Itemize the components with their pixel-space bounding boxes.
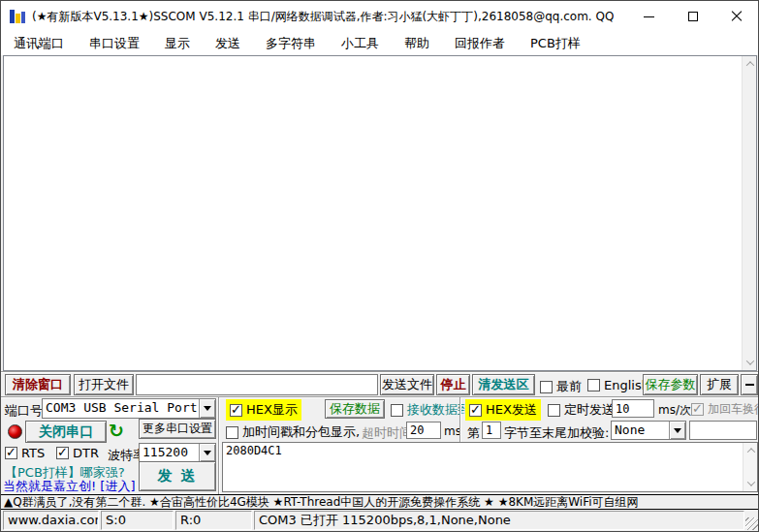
checkbox-box bbox=[469, 404, 482, 417]
close-icon bbox=[731, 11, 743, 22]
stop-button[interactable]: 停止 bbox=[436, 374, 470, 395]
menu-tools[interactable]: 小工具 bbox=[329, 32, 392, 55]
window-title: (★有新版本V5.13.1★)SSCOM V5.12.1 串口/网络数据调试器,… bbox=[32, 1, 614, 32]
menu-display[interactable]: 显示 bbox=[152, 32, 203, 55]
checkbox-box bbox=[587, 379, 600, 391]
port-select-value: COM3 USB Serial Port bbox=[43, 399, 199, 418]
app-window: (★有新版本V5.13.1★)SSCOM V5.12.1 串口/网络数据调试器,… bbox=[0, 0, 759, 532]
english-checkbox[interactable]: English bbox=[587, 378, 649, 392]
status-bar: www.daxia.com S:0 R:0 COM3 已打开 115200bps… bbox=[1, 510, 758, 531]
rts-label: RTS bbox=[21, 446, 45, 460]
baud-select-value: 115200 bbox=[140, 444, 199, 461]
close-button[interactable] bbox=[714, 1, 758, 32]
more-port-settings-button[interactable]: 更多串口设置 bbox=[139, 419, 216, 439]
checksum-select[interactable]: None bbox=[611, 421, 686, 440]
ad-line2: 当然就是嘉立创! [进入] bbox=[3, 478, 136, 495]
baud-select[interactable]: 115200 bbox=[139, 443, 216, 462]
send-file-button[interactable]: 发送文件 bbox=[380, 374, 434, 395]
file-path-input[interactable] bbox=[136, 374, 378, 395]
chevron-down-icon[interactable] bbox=[199, 444, 215, 461]
checkbox-box bbox=[226, 426, 238, 439]
ad-line2-text: 当然就是嘉立创! bbox=[3, 479, 96, 493]
minus-icon bbox=[745, 384, 754, 386]
status-received-count: R:0 bbox=[175, 511, 252, 530]
port-status-led-icon bbox=[8, 424, 22, 439]
scroll-up-icon[interactable] bbox=[743, 443, 758, 458]
status-port-info: COM3 已打开 115200bps,8,1,None,None bbox=[254, 511, 744, 530]
port-label: 端口号 bbox=[5, 402, 43, 420]
dtr-checkbox[interactable]: DTR bbox=[56, 446, 99, 460]
timed-send-checkbox[interactable]: 定时发送: bbox=[548, 401, 618, 419]
timestamp-checkbox[interactable]: 加时间戳和分包显示, bbox=[226, 423, 360, 441]
receive-scrollbar[interactable] bbox=[742, 56, 756, 370]
open-file-button[interactable]: 打开文件 bbox=[74, 374, 134, 395]
checkbox-box bbox=[5, 447, 17, 459]
clear-send-area-button[interactable]: 清发送区 bbox=[472, 374, 535, 395]
receive-data-area[interactable] bbox=[3, 55, 757, 371]
save-params-button[interactable]: 保存参数 bbox=[643, 374, 698, 395]
maximize-button[interactable] bbox=[671, 1, 714, 32]
topmost-label: 最前 bbox=[556, 378, 582, 395]
save-data-button[interactable]: 保存数据 bbox=[325, 399, 385, 419]
scroll-down-icon[interactable] bbox=[743, 355, 757, 370]
checksum-label: 字节至末尾加校验: bbox=[504, 424, 609, 442]
timestamp-label: 加时间戳和分包显示, bbox=[242, 423, 360, 441]
crlf-checkbox[interactable]: 加回车换行 bbox=[691, 401, 759, 418]
checksum-extra-input[interactable] bbox=[689, 421, 757, 440]
checkbox-box bbox=[56, 447, 69, 459]
divider bbox=[218, 397, 220, 494]
chevron-down-icon[interactable] bbox=[669, 422, 685, 439]
chevron-down-icon[interactable] bbox=[199, 399, 215, 418]
rts-checkbox[interactable]: RTS bbox=[5, 446, 45, 460]
menu-help[interactable]: 帮助 bbox=[392, 32, 442, 55]
hex-display-label: HEX显示 bbox=[246, 401, 298, 419]
send-data-area[interactable]: 2080D4C1 bbox=[222, 442, 758, 492]
checkbox-box bbox=[691, 403, 704, 416]
title-bar: (★有新版本V5.13.1★)SSCOM V5.12.1 串口/网络数据调试器,… bbox=[1, 1, 758, 32]
clear-window-button[interactable]: 清除窗口 bbox=[5, 374, 71, 395]
crlf-label: 加回车换行 bbox=[708, 401, 759, 418]
menu-feedback[interactable]: 回报作者 bbox=[442, 32, 518, 55]
close-port-button[interactable]: 关闭串口 bbox=[25, 421, 107, 443]
hex-display-checkbox[interactable]: HEX显示 bbox=[226, 399, 301, 421]
announcement-ticker: ▲Q群满员了,没有第二个群. ★合宙高性价比4G模块 ★RT-Thread中国人… bbox=[1, 494, 758, 510]
divider bbox=[459, 397, 461, 442]
checksum-select-value: None bbox=[612, 422, 669, 439]
collapse-panel-button[interactable] bbox=[741, 374, 758, 395]
send-scrollbar[interactable] bbox=[743, 443, 757, 491]
checksum-byte-input[interactable] bbox=[482, 422, 501, 439]
refresh-ports-icon[interactable]: ↻ bbox=[109, 420, 124, 441]
checkbox-box bbox=[548, 404, 560, 417]
resize-grip[interactable] bbox=[745, 517, 758, 530]
extend-button[interactable]: 扩展 bbox=[700, 374, 739, 395]
dtr-label: DTR bbox=[73, 446, 99, 460]
checkbox-box bbox=[391, 404, 403, 417]
ad-enter-link[interactable]: [进入] bbox=[100, 479, 135, 493]
scroll-up-icon[interactable] bbox=[743, 56, 757, 72]
app-icon bbox=[9, 8, 26, 25]
minimize-icon bbox=[644, 16, 654, 17]
menu-send[interactable]: 发送 bbox=[203, 32, 253, 55]
interval-input[interactable] bbox=[612, 399, 654, 418]
send-data-text: 2080D4C1 bbox=[226, 444, 282, 457]
scroll-down-icon[interactable] bbox=[743, 476, 758, 491]
menu-pcb[interactable]: PCB打样 bbox=[518, 32, 593, 55]
timed-send-label: 定时发送: bbox=[564, 401, 618, 419]
hex-send-label: HEX发送 bbox=[486, 401, 537, 419]
menu-comm-port[interactable]: 通讯端口 bbox=[1, 32, 77, 55]
interval-unit-label: ms/次 bbox=[658, 402, 691, 419]
port-select[interactable]: COM3 USB Serial Port bbox=[42, 398, 216, 419]
timeout-input[interactable] bbox=[406, 422, 441, 439]
minimize-button[interactable] bbox=[627, 1, 671, 32]
topmost-checkbox[interactable]: 最前 bbox=[540, 378, 582, 395]
hex-send-checkbox[interactable]: HEX发送 bbox=[465, 399, 541, 421]
divider bbox=[1, 371, 758, 373]
checkbox-box bbox=[540, 381, 553, 393]
maximize-icon bbox=[688, 12, 698, 21]
checksum-prefix-label: 第 bbox=[467, 424, 480, 442]
menu-multi-string[interactable]: 多字符串 bbox=[253, 32, 329, 55]
status-sent-count: S:0 bbox=[101, 511, 174, 530]
send-button[interactable]: 发 送 bbox=[139, 461, 216, 491]
menu-port-settings[interactable]: 串口设置 bbox=[77, 32, 152, 55]
status-website: www.daxia.com bbox=[3, 511, 99, 530]
